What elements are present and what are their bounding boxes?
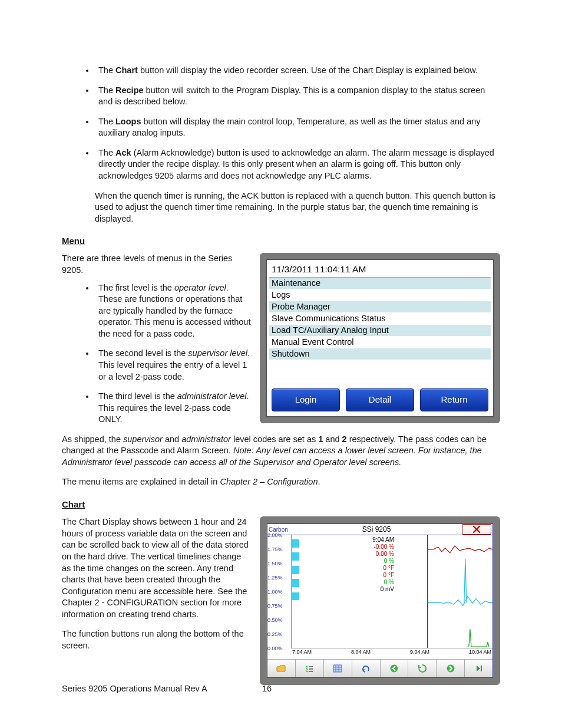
refresh-icon bbox=[418, 664, 427, 673]
y-tick: 1.25% bbox=[267, 575, 283, 581]
shipped-paragraph: As shipped, the supervisor and administr… bbox=[62, 434, 500, 469]
end-button[interactable] bbox=[465, 660, 492, 677]
y-tick: 2.00% bbox=[267, 532, 283, 538]
top-bullet-list: The Chart button will display the video … bbox=[95, 65, 500, 182]
menu-item[interactable]: Manual Event Control bbox=[269, 337, 491, 348]
svg-point-3 bbox=[390, 665, 398, 673]
grid-button[interactable] bbox=[324, 660, 352, 677]
x-tick: 7:04 AM bbox=[292, 648, 312, 659]
menu-screenshot-panel: 11/3/2011 11:04:11 AM Maintenance Logs P… bbox=[260, 253, 500, 423]
return-button[interactable]: Return bbox=[420, 388, 488, 411]
menu-item[interactable]: Shutdown bbox=[269, 348, 491, 360]
quench-paragraph: When the quench timer is running, the AC… bbox=[95, 190, 500, 225]
menu-ref-paragraph: The menu items are explained in detail i… bbox=[62, 476, 500, 488]
page-footer: Series 9205 Operations Manual Rev A 16 bbox=[62, 683, 500, 695]
menu-item[interactable]: Slave Communications Status bbox=[269, 313, 491, 325]
chart-toolbar bbox=[267, 659, 492, 677]
footer-title: Series 9205 Operations Manual Rev A bbox=[62, 683, 262, 695]
chart-screenshot-panel: Carbon SSi 9205 2.00%1.75%1.50%1.25%1.00… bbox=[260, 516, 500, 685]
back-button[interactable] bbox=[381, 660, 409, 677]
y-tick: 1.75% bbox=[267, 546, 283, 552]
svg-rect-2 bbox=[333, 665, 342, 672]
y-tick: 0.75% bbox=[267, 603, 283, 609]
menu-item[interactable]: Load TC/Auxiliary Analog Input bbox=[269, 325, 491, 337]
list-button[interactable] bbox=[296, 660, 324, 677]
list-icon bbox=[305, 664, 314, 673]
detail-button[interactable]: Detail bbox=[346, 388, 414, 411]
x-tick: 8:04 AM bbox=[351, 648, 371, 659]
open-button[interactable] bbox=[267, 660, 296, 677]
svg-rect-5 bbox=[481, 666, 482, 671]
bullet-ack: The Ack (Alarm Acknowledge) button is us… bbox=[95, 147, 500, 182]
bullet-chart: The Chart button will display the video … bbox=[95, 65, 500, 77]
forward-icon bbox=[446, 664, 455, 673]
footer-page-number: 16 bbox=[262, 683, 272, 695]
menu-item[interactable]: Probe Manager bbox=[269, 301, 491, 313]
back-icon bbox=[389, 664, 399, 673]
undo-icon bbox=[361, 664, 371, 673]
chart-title: SSi 9205 bbox=[292, 525, 461, 534]
end-icon bbox=[475, 664, 483, 673]
close-button[interactable] bbox=[462, 524, 491, 535]
menu-heading: Menu bbox=[62, 235, 500, 247]
chart-paragraph-2: The function buttons run along the botto… bbox=[62, 628, 262, 651]
y-tick: 1.00% bbox=[267, 589, 283, 595]
chart-readout: 9:04 AM -0.00 % 0.00 % 0 % 0 °F 0 °F 0 %… bbox=[353, 536, 394, 593]
bullet-recipe: The Recipe button will switch to the Pro… bbox=[95, 85, 500, 108]
y-tick: 1.50% bbox=[267, 561, 283, 566]
bullet-loops: The Loops button will display the main c… bbox=[95, 116, 500, 139]
y-tick: 0.50% bbox=[267, 617, 283, 623]
undo-button[interactable] bbox=[352, 660, 381, 677]
chart-heading: Chart bbox=[62, 499, 500, 510]
chart-plot[interactable]: 2.00%1.75%1.50%1.25%1.00%0.75%0.50%0.25%… bbox=[267, 535, 492, 659]
chart-paragraph-1: The Chart Display shows between 1 hour a… bbox=[62, 516, 262, 620]
menu-item[interactable]: Logs bbox=[269, 289, 491, 301]
device-datetime: 11/3/2011 11:04:11 AM bbox=[269, 262, 491, 278]
open-icon bbox=[276, 664, 286, 673]
forward-button[interactable] bbox=[437, 660, 465, 677]
svg-point-4 bbox=[447, 665, 454, 673]
login-button[interactable]: Login bbox=[272, 388, 340, 411]
y-tick: 0.25% bbox=[267, 631, 283, 637]
y-tick: 0.00% bbox=[267, 645, 283, 651]
grid-icon bbox=[333, 664, 342, 673]
menu-item[interactable]: Maintenance bbox=[269, 278, 491, 289]
x-tick: 9:04 AM bbox=[410, 648, 429, 659]
x-tick: 10:04 AM bbox=[469, 648, 491, 659]
refresh-button[interactable] bbox=[408, 660, 437, 677]
close-icon bbox=[472, 526, 481, 533]
